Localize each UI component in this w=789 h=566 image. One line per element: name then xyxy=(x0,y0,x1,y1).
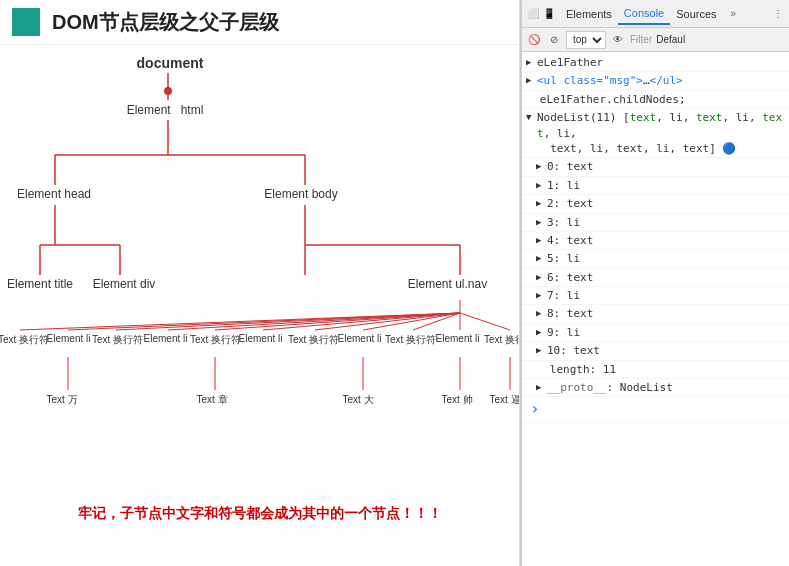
arrow-icon[interactable]: ▶ xyxy=(526,74,534,82)
console-text: 0: text xyxy=(547,159,593,174)
node-text5: Text 换行符 xyxy=(385,333,429,347)
default-label: Defaul xyxy=(656,34,685,45)
arrow-icon[interactable]: ▶ xyxy=(536,344,544,352)
svg-line-18 xyxy=(215,313,460,330)
arrow-icon[interactable]: ▶ xyxy=(536,234,544,242)
context-select[interactable]: top xyxy=(566,31,606,49)
console-text: 7: li xyxy=(547,288,580,303)
node-text3: Text 换行符 xyxy=(190,333,234,347)
console-line: ▶ 9: li xyxy=(522,324,789,342)
device-icon[interactable]: 📱 xyxy=(542,7,556,21)
arrow-icon[interactable]: ▶ xyxy=(536,271,544,279)
console-text: length: 11 xyxy=(550,362,616,377)
console-text: 3: li xyxy=(547,215,580,230)
tab-more[interactable]: » xyxy=(725,4,743,23)
filter-label: Filter xyxy=(630,34,652,45)
settings-icon[interactable]: ⋮ xyxy=(771,7,785,21)
console-text: __proto__: NodeList xyxy=(547,380,673,395)
svg-line-20 xyxy=(315,313,460,330)
console-text: 9: li xyxy=(547,325,580,340)
svg-line-21 xyxy=(363,313,460,330)
node-text-lian: Text 逼 xyxy=(487,393,520,407)
tab-elements[interactable]: Elements xyxy=(560,4,618,24)
console-text: 4: text xyxy=(547,233,593,248)
console-line: eLe1Father.childNodes; xyxy=(522,91,789,109)
console-line: ▶ 6: text xyxy=(522,269,789,287)
console-text: NodeList(11) [text, li, text, li, text, … xyxy=(537,110,785,156)
node-text1: Text 换行符 xyxy=(0,333,42,347)
eye-icon[interactable]: 👁 xyxy=(610,32,626,48)
arrow-icon[interactable]: ▶ xyxy=(526,56,534,64)
console-content[interactable]: ▶ eLe1Father ▶ <ul class="msg">…</ul> eL… xyxy=(522,52,789,566)
arrow-icon[interactable]: ▶ xyxy=(536,381,544,389)
node-li4: Element li xyxy=(337,333,382,344)
console-text: eLe1Father.childNodes; xyxy=(540,92,686,107)
arrow-icon[interactable]: ▶ xyxy=(536,197,544,205)
arrow-open-icon[interactable]: ▼ xyxy=(526,111,534,119)
inspect-icon[interactable]: ⬜ xyxy=(526,7,540,21)
svg-line-22 xyxy=(413,313,460,330)
console-line: ▶ 7: li xyxy=(522,287,789,305)
node-ulnav: Element ul.nav xyxy=(400,277,495,291)
svg-line-17 xyxy=(168,313,460,330)
devtools-tabs: ⬜ 📱 Elements Console Sources » ⋮ xyxy=(522,0,789,28)
console-line: ▶ __proto__: NodeList xyxy=(522,379,789,397)
console-text: 10: text xyxy=(547,343,600,358)
node-text-zhang: Text 章 xyxy=(192,393,232,407)
arrow-icon[interactable]: ▶ xyxy=(536,326,544,334)
svg-line-19 xyxy=(263,313,460,330)
node-head: Element head xyxy=(14,187,94,201)
console-text: 6: text xyxy=(547,270,593,285)
console-line: length: 11 xyxy=(522,361,789,379)
arrow-icon[interactable]: ▶ xyxy=(536,160,544,168)
console-line: › xyxy=(522,397,789,422)
node-li2: Element li xyxy=(143,333,188,344)
arrow-icon[interactable]: ▶ xyxy=(536,216,544,224)
node-text6: Text 换行符 xyxy=(484,333,520,347)
console-line: ▶ <ul class="msg">…</ul> xyxy=(522,72,789,90)
header-icon xyxy=(12,8,40,36)
svg-line-24 xyxy=(460,313,510,330)
node-text-shuai: Text 帅 xyxy=(437,393,477,407)
arrow-icon[interactable]: ▶ xyxy=(536,179,544,187)
console-text: <ul class="msg">…</ul> xyxy=(537,73,683,88)
node-li1: Element li xyxy=(46,333,91,344)
svg-line-16 xyxy=(116,313,460,330)
tab-sources[interactable]: Sources xyxy=(670,4,722,24)
svg-line-14 xyxy=(20,313,460,330)
no-arrow xyxy=(526,93,537,106)
console-line: ▼ NodeList(11) [text, li, text, li, text… xyxy=(522,109,789,158)
page-title: DOM节点层级之父子层级 xyxy=(52,9,279,36)
node-text-da: Text 大 xyxy=(340,393,376,407)
console-line: ▶ eLe1Father xyxy=(522,54,789,72)
console-line: ▶ 3: li xyxy=(522,214,789,232)
devtools-icons: ⬜ 📱 xyxy=(526,7,556,21)
no-arrow xyxy=(536,363,547,376)
filter-icon[interactable]: ⊘ xyxy=(546,32,562,48)
console-text: 2: text xyxy=(547,196,593,211)
header: DOM节点层级之父子层级 xyxy=(0,0,519,45)
arrow-icon[interactable]: ▶ xyxy=(536,289,544,297)
console-line: ▶ 2: text xyxy=(522,195,789,213)
node-text2: Text 换行符 xyxy=(92,333,136,347)
tab-console[interactable]: Console xyxy=(618,3,670,25)
console-text: 8: text xyxy=(547,306,593,321)
svg-line-15 xyxy=(68,313,460,330)
node-title: Element title xyxy=(2,277,78,291)
arrow-icon[interactable]: ▶ xyxy=(536,307,544,315)
devtools-toolbar: 🚫 ⊘ top 👁 Filter Defaul xyxy=(522,28,789,52)
arrow-icon[interactable]: ▶ xyxy=(536,252,544,260)
console-line: ▶ 4: text xyxy=(522,232,789,250)
node-html: Element html xyxy=(110,103,220,117)
node-li5: Element li xyxy=(435,333,480,344)
console-text: 5: li xyxy=(547,251,580,266)
node-li3: Element li xyxy=(238,333,283,344)
console-line: ▶ 1: li xyxy=(522,177,789,195)
node-div: Element div xyxy=(86,277,162,291)
clear-icon[interactable]: 🚫 xyxy=(526,32,542,48)
console-text: eLe1Father xyxy=(537,55,603,70)
node-document: document xyxy=(130,55,210,71)
node-text-wan: Text 万 xyxy=(42,393,82,407)
console-line: ▶ 10: text xyxy=(522,342,789,360)
left-panel: DOM节点层级之父子层级 xyxy=(0,0,520,566)
